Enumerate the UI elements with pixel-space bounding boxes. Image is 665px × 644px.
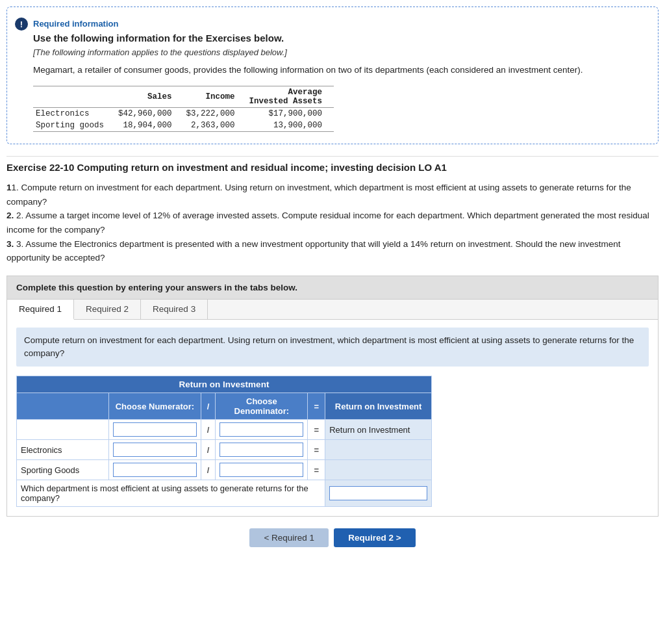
tab-required1[interactable]: Required 1 <box>7 300 74 320</box>
tabs-container: Required 1 Required 2 Required 3 Compute… <box>6 300 659 517</box>
main-heading: Use the following information for the Ex… <box>33 32 644 44</box>
denominator-input-1[interactable] <box>220 422 303 437</box>
slash-3: / <box>201 460 216 480</box>
denominator-input-cell-2[interactable] <box>216 440 308 460</box>
col-header-sales: Sales <box>116 86 184 108</box>
instruction-bar: Complete this question by entering your … <box>6 276 659 300</box>
exercise-part3: 3. 3. Assume the Electronics department … <box>6 237 659 265</box>
row-label-electronics: Electronics <box>17 440 109 460</box>
roi-table-container: Return on Investment Choose Numerator: /… <box>16 376 432 507</box>
row-assets: 13,900,000 <box>247 120 334 132</box>
roi-title: Return on Investment <box>17 376 432 393</box>
bottom-question: Which department is most efficient at us… <box>17 480 325 507</box>
col-h-result: Return on Investment <box>325 393 432 420</box>
roi-row-sporting: Sporting Goods / = <box>17 460 432 480</box>
equals-2: = <box>308 440 325 460</box>
denominator-input-3[interactable] <box>220 463 303 477</box>
numerator-input-cell-2[interactable] <box>108 440 201 460</box>
col-header-income: Income <box>184 86 247 108</box>
italic-note: [The following information applies to th… <box>33 47 644 57</box>
denominator-input-cell-1[interactable] <box>216 420 308 440</box>
col-h-numerator: Choose Numerator: <box>108 393 201 420</box>
col-h-label <box>17 393 109 420</box>
table-row: Sporting goods 18,904,000 2,363,000 13,9… <box>33 120 334 132</box>
numerator-input-cell-3[interactable] <box>108 460 201 480</box>
col-h-slash: / <box>201 393 216 420</box>
exercise-part2: 2. 2. Assume a target income level of 12… <box>6 209 659 237</box>
denominator-input-2[interactable] <box>220 443 303 457</box>
info-box: ! Required information Use the following… <box>6 6 659 144</box>
row-income: $3,222,000 <box>184 108 247 120</box>
tab-description: Compute return on investment for each de… <box>16 328 649 367</box>
row-income: 2,363,000 <box>184 120 247 132</box>
row-label: Sporting goods <box>33 120 116 132</box>
denominator-input-cell-3[interactable] <box>216 460 308 480</box>
slash-2: / <box>201 440 216 460</box>
description-text: Megamart, a retailer of consumer goods, … <box>33 64 644 77</box>
row-label-blank <box>17 420 109 440</box>
roi-title-row: Return on Investment <box>17 376 432 393</box>
roi-row-bottom: Which department is most efficient at us… <box>17 480 432 507</box>
next-button[interactable]: Required 2 > <box>334 528 415 547</box>
result-cell-1: Return on Investment <box>325 420 432 440</box>
prev-button[interactable]: < Required 1 <box>249 528 329 547</box>
col-header-assets: AverageInvested Assets <box>247 86 334 108</box>
numerator-input-3[interactable] <box>113 463 197 477</box>
roi-table: Return on Investment Choose Numerator: /… <box>16 376 432 507</box>
col-h-denominator: Choose Denominator: <box>216 393 308 420</box>
row-sales: $42,960,000 <box>116 108 184 120</box>
bottom-result[interactable] <box>325 480 432 507</box>
result-cell-3 <box>325 460 432 480</box>
info-table: Sales Income AverageInvested Assets Elec… <box>33 86 334 132</box>
roi-row-electronics: Electronics / = <box>17 440 432 460</box>
slash-1: / <box>201 420 216 440</box>
row-label-sporting: Sporting Goods <box>17 460 109 480</box>
required-label: Required information <box>33 19 644 29</box>
exercise-text: 11. Compute return on investment for eac… <box>6 181 659 265</box>
roi-header-row: Choose Numerator: / Choose Denominator: … <box>17 393 432 420</box>
numerator-input-cell-1[interactable] <box>108 420 201 440</box>
row-assets: $17,900,000 <box>247 108 334 120</box>
exercise-heading: Exercise 22-10 Computing return on inves… <box>6 156 659 173</box>
tab-required2[interactable]: Required 2 <box>74 300 141 319</box>
col-h-equals: = <box>308 393 325 420</box>
alert-icon: ! <box>15 18 28 31</box>
nav-buttons: < Required 1 Required 2 > <box>6 528 659 547</box>
numerator-input-2[interactable] <box>113 443 197 457</box>
tab-required3[interactable]: Required 3 <box>141 300 208 319</box>
col-header-center <box>33 86 116 108</box>
bottom-answer-input[interactable] <box>329 486 427 500</box>
table-row: Electronics $42,960,000 $3,222,000 $17,9… <box>33 108 334 120</box>
row-sales: 18,904,000 <box>116 120 184 132</box>
equals-1: = <box>308 420 325 440</box>
result-cell-2 <box>325 440 432 460</box>
numerator-input-1[interactable] <box>113 422 197 437</box>
tabs-row: Required 1 Required 2 Required 3 <box>7 300 658 320</box>
tab1-content: Compute return on investment for each de… <box>7 320 658 517</box>
row-label: Electronics <box>33 108 116 120</box>
roi-row-header: / = Return on Investment <box>17 420 432 440</box>
equals-3: = <box>308 460 325 480</box>
exercise-part1: 11. Compute return on investment for eac… <box>6 181 659 209</box>
